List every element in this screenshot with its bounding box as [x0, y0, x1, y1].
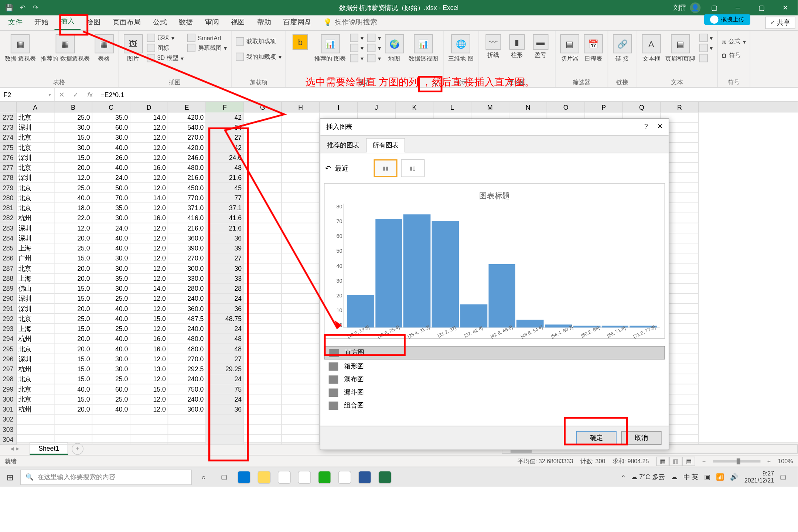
cortana-icon[interactable]: ○ [194, 468, 213, 487]
cell[interactable]: 29.25 [206, 364, 244, 374]
cell[interactable]: 12.0 [130, 395, 168, 405]
cell[interactable]: 12.0 [130, 324, 168, 334]
cell[interactable] [282, 123, 320, 133]
cell[interactable] [244, 294, 282, 304]
cell[interactable]: 20.0 [54, 274, 92, 284]
cell[interactable]: 40.0 [92, 405, 130, 415]
chart-type-funnel[interactable]: 漏斗图 [324, 386, 665, 399]
cell[interactable]: 25.0 [92, 374, 130, 384]
cloud-tray-icon[interactable]: ☁ [671, 473, 678, 481]
histogram-subtype-1[interactable]: ▮▮ [374, 159, 397, 177]
tab-file[interactable]: 文件 [2, 15, 28, 30]
cell[interactable]: 15.0 [54, 354, 92, 364]
cell[interactable]: 48 [206, 344, 244, 354]
taskview-icon[interactable]: ▢ [214, 468, 233, 487]
start-button[interactable]: ⊞ [0, 472, 20, 482]
row-header[interactable]: 284 [0, 233, 17, 243]
cell[interactable]: 330.0 [168, 274, 206, 284]
chart-hier-button[interactable]: ▾ [366, 33, 381, 43]
col-header-E[interactable]: E [168, 102, 206, 113]
row-header[interactable]: 301 [0, 405, 17, 415]
cell[interactable]: 487.5 [168, 314, 206, 324]
pagebreak-view-button[interactable]: ▤ [682, 456, 695, 466]
cell[interactable]: 18.0 [54, 203, 92, 213]
col-header-B[interactable]: B [54, 102, 92, 113]
cell[interactable]: 25.0 [54, 314, 92, 324]
cell[interactable]: 北京 [17, 344, 55, 354]
cell[interactable]: 27 [206, 133, 244, 143]
winloss-button[interactable]: ▬盈亏 [530, 33, 551, 61]
cell[interactable] [244, 334, 282, 344]
cell[interactable]: 30.0 [92, 133, 130, 143]
clock[interactable]: 9:272021/12/21 [744, 470, 774, 484]
pagelayout-view-button[interactable]: ▥ [669, 456, 682, 466]
col-header-Q[interactable]: Q [623, 102, 661, 113]
cell[interactable]: 12.0 [130, 203, 168, 213]
cell[interactable]: 25.0 [54, 243, 92, 253]
row-header[interactable]: 281 [0, 203, 17, 213]
sigline-button[interactable]: ▾ [699, 43, 713, 53]
cell[interactable]: 北京 [17, 143, 55, 153]
col-header-N[interactable]: N [509, 102, 548, 113]
cell[interactable]: 240.0 [168, 294, 206, 304]
cell[interactable]: 21.6 [206, 223, 244, 233]
redo-icon[interactable]: ↷ [30, 2, 41, 14]
name-box[interactable]: F2 [0, 88, 54, 101]
cell[interactable] [244, 263, 282, 273]
cell[interactable]: 28 [206, 284, 244, 294]
cell[interactable] [244, 243, 282, 253]
cell[interactable]: 16.0 [130, 213, 168, 223]
cell[interactable]: 40.0 [92, 314, 130, 324]
volume-icon[interactable]: 🔊 [730, 473, 738, 481]
cell[interactable] [54, 435, 92, 445]
cell[interactable] [244, 435, 282, 445]
cell[interactable]: 杭州 [17, 405, 55, 415]
cell[interactable]: 16.0 [130, 344, 168, 354]
cell[interactable] [244, 284, 282, 294]
cell[interactable] [244, 173, 282, 183]
wifi-icon[interactable]: 📶 [716, 473, 724, 481]
wechat-icon[interactable] [315, 468, 334, 487]
tab-data[interactable]: 数据 [173, 15, 199, 30]
cell[interactable] [168, 424, 206, 434]
cell[interactable] [282, 183, 320, 193]
cell[interactable] [282, 324, 320, 334]
cell[interactable]: 北京 [17, 183, 55, 193]
row-header[interactable]: 297 [0, 364, 17, 374]
cell[interactable]: 33 [206, 274, 244, 284]
dialog-tab-all[interactable]: 所有图表 [366, 138, 405, 153]
shapes-button[interactable]: 形状 ▾ [146, 33, 184, 43]
cell[interactable] [282, 253, 320, 263]
cell[interactable]: 佛山 [17, 284, 55, 294]
row-header[interactable]: 292 [0, 314, 17, 324]
cell[interactable]: 14.0 [130, 193, 168, 203]
cell[interactable] [244, 223, 282, 233]
cell[interactable]: 60.0 [92, 123, 130, 133]
cell[interactable] [282, 334, 320, 344]
cell[interactable]: 12.0 [130, 223, 168, 233]
cell[interactable]: 40.0 [92, 304, 130, 314]
rec-charts-button[interactable]: 📊推荐的 图表 [313, 33, 347, 64]
cancel-formula-icon[interactable]: ✕ [54, 90, 68, 98]
row-header[interactable]: 280 [0, 193, 17, 203]
minimize-icon[interactable]: ─ [728, 0, 748, 16]
cell[interactable]: 深圳 [17, 233, 55, 243]
col-header-O[interactable]: O [547, 102, 585, 113]
cell[interactable]: 70.0 [92, 193, 130, 203]
cell[interactable]: 240.0 [168, 374, 206, 384]
save-icon[interactable]: 💾 [4, 2, 16, 14]
row-header[interactable]: 299 [0, 384, 17, 394]
cell[interactable] [17, 435, 55, 445]
edge-icon[interactable] [235, 468, 253, 487]
cell[interactable]: 36 [206, 233, 244, 243]
cell[interactable]: 48.75 [206, 314, 244, 324]
cell[interactable] [244, 395, 282, 405]
chart-col-button[interactable]: ▾ [349, 33, 364, 43]
cell[interactable]: 杭州 [17, 334, 55, 344]
row-header[interactable]: 288 [0, 274, 17, 284]
col-header-I[interactable]: I [320, 102, 358, 113]
cell[interactable]: 40.0 [92, 344, 130, 354]
zoom-slider[interactable] [713, 460, 760, 462]
cell[interactable]: 北京 [17, 163, 55, 173]
cell[interactable]: 20.0 [54, 304, 92, 314]
